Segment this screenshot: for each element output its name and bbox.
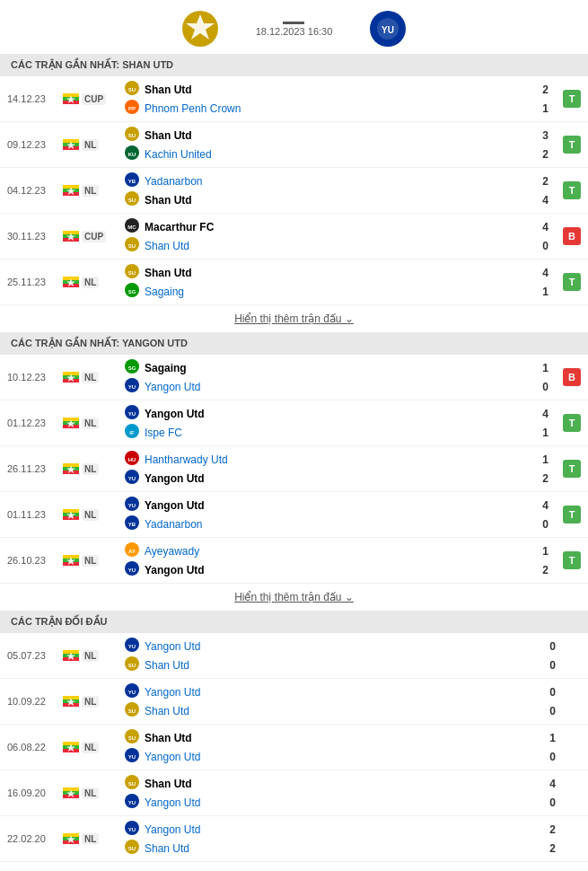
team-row: YU Yangon Utd4 [124,496,549,515]
match-left-info: 22.02.20 NL [0,816,124,861]
team-row: SU Shan Utd0 [124,236,549,255]
team-name: Ayeyawady [145,545,526,558]
team-score: 4 [531,408,549,420]
match-left-info: 09.12.23 NL [0,122,124,167]
competition-label: NL [82,787,99,799]
team-name: Shan Utd [145,194,526,207]
team-logo: PP [124,99,140,118]
team-logo: YU [124,377,140,396]
team-row: SU Shan Utd0 [124,655,556,674]
team-logo: AY [124,541,140,560]
svg-text:SU: SU [128,270,136,276]
team-name: Macarthur FC [145,221,526,233]
match-date-label: 30.11.23 [7,231,59,242]
team-logo: SU [124,655,140,674]
team-name: Sagaing [145,362,526,374]
team-row: SU Shan Utd2 [124,80,549,99]
team-name: Yadanarbon [145,175,526,188]
team-row: SU Shan Utd4 [124,774,556,793]
team-row: SU Shan Utd4 [124,190,549,209]
team-name: Shan Utd [145,705,533,717]
team-score: 0 [538,796,556,809]
svg-text:YU: YU [128,754,136,760]
teams-scores: SU Shan Utd4 YU Yangon Utd0 [124,770,556,815]
team-score: 0 [531,240,549,252]
svg-text:YB: YB [128,179,136,184]
result-badge: T [563,273,581,291]
teams-scores: SU Shan Utd2 PP Phnom Penh Crown1 [124,76,549,121]
match-row: 22.02.20 NL YU Yangon Utd2 SU Shan Utd2 [0,816,588,862]
team-logo: SU [124,728,140,747]
team-score: 2 [531,564,549,576]
team-score: 1 [531,427,549,439]
team2-logo: YU [368,9,408,48]
team-name: Yangon Utd [145,472,526,485]
show-more-link[interactable]: Hiển thị thêm trận đấu ⌄ [234,312,354,325]
teams-scores: YU Yangon Utd2 SU Shan Utd2 [124,816,556,861]
competition-badge: NL [63,418,117,429]
team-logo: SG [124,282,140,301]
team-row: SU Shan Utd2 [124,839,556,858]
competition-badge: CUP [63,93,117,105]
team-score: 0 [538,640,556,653]
team-row: YU Yangon Utd0 [124,637,556,655]
match-date-label: 26.10.23 [7,555,59,566]
team-score: 2 [538,823,556,836]
show-more-button[interactable]: Hiển thị thêm trận đấu ⌄ [0,305,588,332]
team-score: 1 [531,545,549,558]
result-col: T [549,492,588,537]
team-row: SU Shan Utd4 [124,263,549,282]
team-row: SG Sagaing1 [124,282,549,301]
svg-text:SU: SU [128,87,136,92]
teams-scores: SU Shan Utd3 KU Kachin United2 [124,122,549,167]
result-badge: T [563,181,581,199]
competition-label: NL [82,509,99,521]
competition-badge: NL [63,277,117,288]
team-row: YU Yangon Utd2 [124,469,549,488]
team-row: YU Yangon Utd0 [124,747,556,766]
svg-text:SU: SU [128,735,136,741]
teams-scores: SU Shan Utd4 SG Sagaing1 [124,260,549,304]
svg-text:YU: YU [128,476,136,481]
match-date-label: 09.12.23 [7,139,59,150]
match-row: 06.08.22 NL SU Shan Utd1 YU Yangon Utd0 [0,725,588,770]
team-name: Sagaing [145,286,526,298]
team-score: 1 [531,286,549,298]
team-row: AY Ayeyawady1 [124,541,549,560]
match-left-info: 25.11.23 NL [0,260,124,304]
team-row: SU Shan Utd0 [124,701,556,720]
match-left-info: 10.12.23 NL [0,355,124,400]
team-name: Yangon Utd [145,381,526,393]
team-logo: SU [124,126,140,145]
result-badge: T [563,136,581,154]
team-score: 2 [531,148,549,161]
competition-label: NL [82,833,99,845]
match-date-label: 14.12.23 [7,93,59,104]
team-name: Shan Utd [145,842,533,855]
competition-badge: NL [63,650,117,662]
team-row: MC Macarthur FC4 [124,217,549,236]
teams-scores: SU Shan Utd1 YU Yangon Utd0 [124,725,556,770]
result-col: B [549,214,588,259]
match-left-info: 06.08.22 NL [0,725,124,770]
match-info: 18.12.2023 16:30 [256,22,333,37]
svg-text:SU: SU [128,846,136,851]
match-row: 26.11.23 NL HU Hantharwady Utd1 YU Yango… [0,446,588,492]
team-row: SG Sagaing1 [124,358,549,377]
team-score: 1 [531,453,549,466]
svg-text:YU: YU [128,567,136,573]
team-logo: HU [124,450,140,469]
match-row: 25.11.23 NL SU Shan Utd4 SG Sagaing1T [0,260,588,305]
show-more-button[interactable]: Hiển thị thêm trận đấu ⌄ [0,584,588,611]
team-score: 4 [531,194,549,207]
show-more-link[interactable]: Hiển thị thêm trận đấu ⌄ [234,591,354,603]
result-col: T [549,260,588,304]
team-logo: YU [124,747,140,766]
result-col: T [549,76,588,121]
competition-badge: NL [63,833,117,845]
team-score: 4 [531,499,549,512]
team-logo: YU [124,637,140,655]
match-row: 04.12.23 NL YB Yadanarbon2 SU Shan Utd4T [0,168,588,214]
team-logo: YB [124,515,140,533]
result-col: B [549,355,588,400]
